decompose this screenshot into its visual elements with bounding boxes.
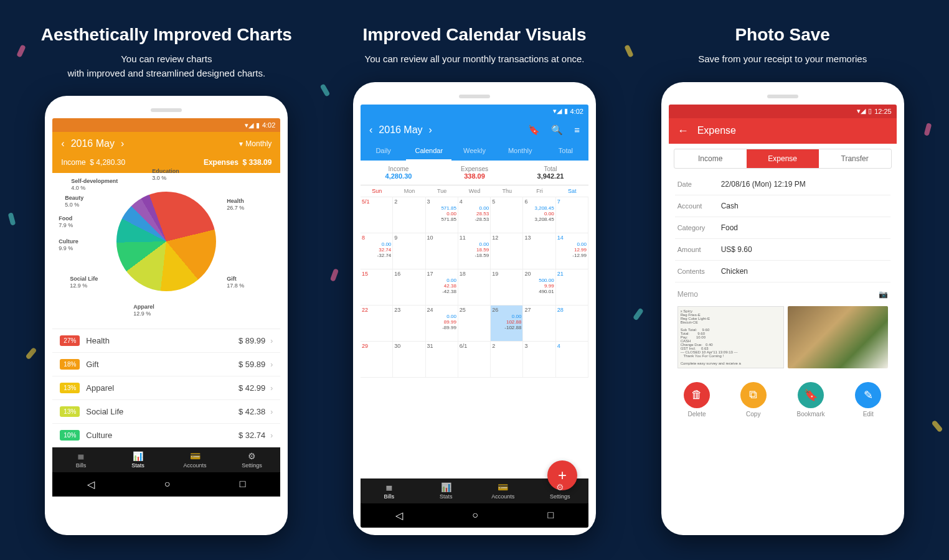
- amount-row[interactable]: AmountUS$ 9.60: [675, 239, 890, 261]
- next-month-icon[interactable]: ›: [429, 124, 432, 136]
- bookmark-button[interactable]: 🔖Bookmark: [797, 382, 825, 418]
- nav-stats[interactable]: 📊Stats: [418, 482, 475, 500]
- pie-label: Self-development4.0 %: [71, 178, 118, 192]
- prev-month-icon[interactable]: ‹: [61, 138, 64, 149]
- period-select[interactable]: Monthly: [245, 139, 271, 148]
- income-label: Income: [61, 158, 85, 167]
- month-label[interactable]: 2016 May: [71, 138, 115, 149]
- recent-icon[interactable]: □: [240, 478, 246, 490]
- tab-total[interactable]: Total: [543, 142, 588, 161]
- contents-row[interactable]: ContentsChicken: [675, 261, 890, 282]
- nav-settings[interactable]: ⚙Settings: [532, 482, 589, 500]
- income-label: Income: [361, 166, 437, 172]
- delete-button[interactable]: 🗑Delete: [684, 382, 710, 418]
- calendar-cell[interactable]: 16: [393, 269, 425, 305]
- food-photo[interactable]: [788, 306, 888, 368]
- summary-row: Income4,280.30 Expenses338.09 Total3,942…: [361, 161, 588, 185]
- category-row[interactable]: 27%Health$ 89.99›: [52, 329, 280, 353]
- bookmark-icon[interactable]: 🔖: [528, 124, 540, 136]
- calendar-cell[interactable]: 22: [361, 306, 393, 341]
- calendar-cell[interactable]: 63,208.450.003,208.45: [523, 197, 555, 233]
- prev-month-icon[interactable]: ‹: [369, 124, 372, 136]
- category-row[interactable]: 13%Social Life$ 42.38›: [52, 400, 280, 424]
- home-icon[interactable]: ○: [472, 510, 478, 521]
- calendar-cell[interactable]: 29: [361, 342, 393, 377]
- search-icon[interactable]: 🔍: [551, 124, 563, 136]
- back-icon[interactable]: ◁: [395, 510, 403, 521]
- calendar-cell[interactable]: 80.0032.74-32.74: [361, 233, 393, 269]
- calendar-cell[interactable]: 10: [426, 233, 458, 269]
- calendar-cell[interactable]: 18: [458, 269, 491, 305]
- tab-daily[interactable]: Daily: [361, 142, 406, 161]
- status-bar: ▾◢ ▮ 4:02: [52, 118, 280, 132]
- calendar-cell[interactable]: 40.0028.53-28.53: [458, 197, 491, 233]
- calendar-cell[interactable]: 5: [491, 197, 523, 233]
- calendar-cell[interactable]: 23: [393, 306, 425, 341]
- expense-value: 338.09: [437, 172, 512, 180]
- calendar-cell[interactable]: 13: [523, 233, 555, 269]
- tab-expense[interactable]: Expense: [747, 149, 819, 168]
- nav-bills[interactable]: ≣Bills: [52, 451, 110, 469]
- pie-label: Gift17.8 %: [227, 276, 244, 289]
- receipt-image[interactable]: x SpicyReg Fries-EReg Coke Light-EBiscui…: [678, 306, 784, 368]
- nav-accounts[interactable]: 💳Accounts: [474, 482, 532, 500]
- calendar-cell[interactable]: 19: [491, 269, 523, 305]
- category-row[interactable]: 10%Culture$ 32.74›: [52, 424, 280, 447]
- nav-stats[interactable]: 📊Stats: [110, 451, 167, 469]
- memo-row[interactable]: Memo 📷: [678, 290, 888, 299]
- back-icon[interactable]: ◁: [87, 478, 95, 490]
- account-row[interactable]: AccountCash: [675, 195, 890, 217]
- tab-transfer[interactable]: Transfer: [819, 149, 891, 168]
- category-row[interactable]: CategoryFood: [675, 217, 890, 239]
- calendar-cell[interactable]: 31: [426, 342, 458, 377]
- calendar-cell[interactable]: 9: [393, 233, 425, 269]
- tab-income[interactable]: Income: [674, 149, 747, 168]
- calendar-cell[interactable]: 20500.009.99490.01: [523, 269, 555, 305]
- calendar-cell[interactable]: 110.0018.59-18.59: [458, 233, 491, 269]
- bottom-nav: ≣Bills📊Stats💳Accounts⚙Settings: [52, 447, 280, 472]
- calendar-cell[interactable]: 25: [458, 306, 491, 341]
- calendar-cell[interactable]: 7: [556, 197, 588, 233]
- calendar-cell[interactable]: 28: [556, 306, 588, 341]
- calendar-cell[interactable]: 3571.850.00571.85: [426, 197, 458, 233]
- panel2-sub: You can review all your monthly transact…: [365, 52, 585, 67]
- pie-chart: Education3.0 %Self-development4.0 %Beaut…: [52, 173, 280, 329]
- category-row[interactable]: 18%Gift$ 59.89›: [52, 353, 280, 376]
- back-arrow-icon[interactable]: ←: [678, 124, 689, 138]
- filter-icon[interactable]: ≡: [574, 124, 580, 136]
- calendar-cell[interactable]: 5/1: [361, 197, 393, 233]
- calendar-cell[interactable]: 170.0042.38-42.38: [426, 269, 458, 305]
- calendar-cell[interactable]: 30: [393, 342, 425, 377]
- recent-icon[interactable]: □: [548, 510, 554, 521]
- nav-bills[interactable]: ≣Bills: [361, 482, 418, 500]
- calendar-cell[interactable]: 260.00102.88-102.88: [491, 306, 523, 341]
- tab-calendar[interactable]: Calendar: [406, 142, 451, 161]
- home-icon[interactable]: ○: [164, 478, 171, 490]
- category-row[interactable]: 13%Apparel$ 42.99›: [52, 376, 280, 400]
- calendar-cell[interactable]: 15: [361, 269, 393, 305]
- nav-accounts[interactable]: 💳Accounts: [166, 451, 224, 469]
- calendar-cell[interactable]: 3: [523, 342, 555, 377]
- nav-settings[interactable]: ⚙Settings: [224, 451, 281, 469]
- calendar-cell[interactable]: 21: [556, 269, 588, 305]
- panel3-title: Photo Save: [735, 25, 829, 45]
- copy-button[interactable]: ⧉Copy: [740, 382, 767, 418]
- wifi-icon: ▾◢: [553, 107, 562, 115]
- date-row[interactable]: Date22/08/16 (Mon) 12:19 PM: [675, 174, 890, 195]
- month-label[interactable]: 2016 May: [379, 124, 422, 136]
- edit-button[interactable]: ✎Edit: [855, 382, 881, 418]
- calendar-cell[interactable]: 6/1: [458, 342, 491, 377]
- calendar-cell[interactable]: 240.0089.99-89.99: [426, 306, 458, 341]
- pie-label: Apparel12.9 %: [133, 304, 154, 317]
- calendar-cell[interactable]: 27: [523, 306, 555, 341]
- tab-monthly[interactable]: Monthly: [498, 142, 543, 161]
- calendar-cell[interactable]: 2: [393, 197, 425, 233]
- calendar-cell[interactable]: 2: [491, 342, 523, 377]
- calendar-cell[interactable]: 4: [556, 342, 588, 377]
- calendar-cell[interactable]: 12: [491, 233, 523, 269]
- tab-weekly[interactable]: Weekly: [451, 142, 497, 161]
- action-buttons: 🗑Delete⧉Copy🔖Bookmark✎Edit: [669, 377, 897, 422]
- next-month-icon[interactable]: ›: [121, 138, 124, 149]
- camera-icon[interactable]: 📷: [879, 290, 888, 299]
- calendar-cell[interactable]: 140.0012.99-12.99: [556, 233, 588, 269]
